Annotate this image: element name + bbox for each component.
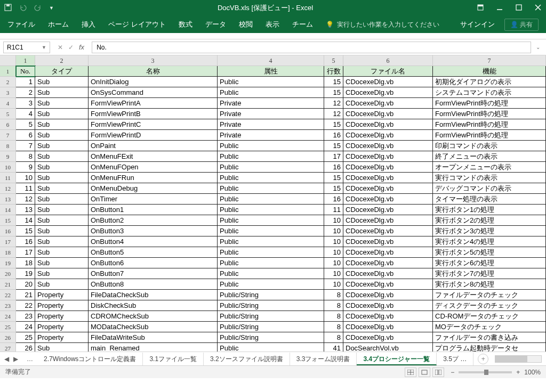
view-page-layout-button[interactable] bbox=[419, 368, 430, 377]
ribbon-options-icon[interactable] bbox=[477, 4, 484, 13]
cell[interactable]: 印刷コマンドの表示 bbox=[433, 141, 546, 151]
tab-home[interactable]: ホーム bbox=[48, 20, 69, 29]
cell[interactable]: 10 bbox=[324, 226, 343, 236]
cell[interactable]: CDocexeDlg.vb bbox=[343, 290, 433, 300]
row-header[interactable]: 24 bbox=[0, 311, 16, 322]
cell[interactable]: Sub bbox=[35, 173, 89, 183]
close-icon[interactable] bbox=[534, 4, 542, 13]
view-normal-button[interactable] bbox=[405, 368, 416, 377]
cell[interactable]: FormViewPrintB bbox=[89, 109, 218, 119]
cell[interactable]: Sub bbox=[35, 205, 89, 215]
scrollbar-thumb[interactable] bbox=[495, 356, 527, 362]
cell[interactable]: CDocexeDlg.vb bbox=[343, 109, 433, 119]
cell[interactable]: 18 bbox=[16, 258, 35, 268]
cell[interactable]: 25 bbox=[16, 332, 35, 343]
col-header[interactable]: 1 bbox=[16, 55, 35, 66]
cell[interactable]: CDocexeDlg.vb bbox=[343, 268, 433, 279]
tab-data[interactable]: データ bbox=[205, 20, 226, 29]
tab-file[interactable]: ファイル bbox=[7, 20, 35, 29]
row-header[interactable]: 23 bbox=[0, 300, 16, 311]
row-header[interactable]: 10 bbox=[0, 162, 16, 173]
horizontal-scrollbar[interactable] bbox=[495, 355, 542, 363]
cell[interactable]: Public bbox=[218, 87, 324, 98]
cell[interactable]: CDocexeDlg.vb bbox=[343, 236, 433, 247]
cell[interactable]: 11 bbox=[324, 205, 343, 215]
col-header[interactable]: 3 bbox=[89, 55, 218, 66]
cell[interactable]: デバッグコマンドの表示 bbox=[433, 183, 546, 194]
row-header[interactable]: 9 bbox=[0, 151, 16, 162]
tab-insert[interactable]: 挿入 bbox=[82, 20, 95, 29]
cell[interactable]: OnMenuFRun bbox=[89, 173, 218, 183]
cell[interactable]: MODataCheckSub bbox=[89, 322, 218, 332]
cell[interactable]: Sub bbox=[35, 279, 89, 290]
cell-header[interactable]: No. bbox=[16, 66, 35, 77]
cell[interactable]: CD-ROMデータのチェック bbox=[433, 311, 546, 322]
cell[interactable]: FormViewPrintA bbox=[89, 98, 218, 109]
row-header[interactable]: 13 bbox=[0, 194, 16, 205]
cell[interactable]: 12 bbox=[16, 194, 35, 205]
row-header[interactable]: 3 bbox=[0, 87, 16, 98]
cell[interactable]: ディスクデータのチェック bbox=[433, 300, 546, 311]
cell[interactable]: CDocexeDlg.vb bbox=[343, 194, 433, 205]
cell[interactable]: OnButton5 bbox=[89, 247, 218, 258]
cell[interactable]: 初期化ダイアログの表示 bbox=[433, 77, 546, 87]
cell[interactable]: 11 bbox=[16, 183, 35, 194]
cell[interactable]: CDocexeDlg.vb bbox=[343, 311, 433, 322]
minimize-icon[interactable] bbox=[496, 4, 503, 13]
cell[interactable]: OnButton2 bbox=[89, 215, 218, 226]
cell[interactable]: Public bbox=[218, 77, 324, 87]
cell-header[interactable]: 機能 bbox=[433, 66, 546, 77]
cell[interactable]: 16 bbox=[16, 236, 35, 247]
sheet-nav-next-icon[interactable]: ▶ bbox=[13, 355, 18, 363]
cell[interactable]: オープンメニューの表示 bbox=[433, 162, 546, 173]
cell[interactable]: 15 bbox=[16, 226, 35, 236]
cell[interactable]: 15 bbox=[324, 141, 343, 151]
tab-formulas[interactable]: 数式 bbox=[179, 20, 192, 29]
cell[interactable]: 実行ボタン5の処理 bbox=[433, 247, 546, 258]
cell[interactable]: 6 bbox=[16, 130, 35, 141]
row-header[interactable]: 20 bbox=[0, 268, 16, 279]
cell[interactable]: 14 bbox=[16, 215, 35, 226]
cell[interactable]: 8 bbox=[324, 322, 343, 332]
cell[interactable]: OnSysCommand bbox=[89, 87, 218, 98]
sheet-tab[interactable]: 3.1ファイル一覧 bbox=[143, 353, 204, 365]
row-header[interactable]: 21 bbox=[0, 279, 16, 290]
tab-review[interactable]: 校閲 bbox=[239, 20, 253, 29]
cell[interactable]: Public bbox=[218, 343, 324, 352]
cell[interactable]: CDocexeDlg.vb bbox=[343, 300, 433, 311]
cell[interactable]: 17 bbox=[324, 151, 343, 162]
sheet-overflow-left[interactable]: … bbox=[22, 355, 37, 363]
cell[interactable]: MOデータのチェック bbox=[433, 322, 546, 332]
cell[interactable]: Sub bbox=[35, 183, 89, 194]
cell[interactable]: 実行ボタン6の処理 bbox=[433, 258, 546, 268]
cell[interactable]: CDocexeDlg.vb bbox=[343, 279, 433, 290]
cell[interactable]: Sub bbox=[35, 162, 89, 173]
cell[interactable]: 10 bbox=[324, 279, 343, 290]
cell[interactable]: CDocexeDlg.vb bbox=[343, 258, 433, 268]
cell[interactable]: 10 bbox=[324, 247, 343, 258]
cell[interactable]: Public bbox=[218, 183, 324, 194]
cell[interactable]: 4 bbox=[16, 109, 35, 119]
tab-view[interactable]: 表示 bbox=[266, 20, 279, 29]
cell[interactable]: 15 bbox=[324, 87, 343, 98]
cell[interactable]: Property bbox=[35, 311, 89, 322]
cell[interactable]: 10 bbox=[324, 258, 343, 268]
row-header[interactable]: 4 bbox=[0, 98, 16, 109]
cell[interactable]: Property bbox=[35, 322, 89, 332]
cell[interactable]: Public bbox=[218, 141, 324, 151]
cell[interactable]: 19 bbox=[16, 268, 35, 279]
cell[interactable]: Public bbox=[218, 162, 324, 173]
cell[interactable]: Sub bbox=[35, 119, 89, 130]
cell[interactable]: タイマー処理の表示 bbox=[433, 194, 546, 205]
sheet-tab[interactable]: 3.3フォーム説明書 bbox=[290, 353, 357, 365]
qat-dropdown-icon[interactable]: ▼ bbox=[49, 5, 54, 11]
cell[interactable]: FileDataWriteSub bbox=[89, 332, 218, 343]
cell[interactable]: DiskCheckSub bbox=[89, 300, 218, 311]
sheet-tab[interactable]: 3.2ソースファイル説明書 bbox=[204, 353, 290, 365]
cell[interactable]: Public bbox=[218, 258, 324, 268]
sheet-tab[interactable]: 3.5プ … bbox=[437, 353, 473, 365]
cell[interactable]: Sub bbox=[35, 247, 89, 258]
cell[interactable]: ファイルデータのチェック bbox=[433, 290, 546, 300]
cell[interactable]: Sub bbox=[35, 268, 89, 279]
tell-me-search[interactable]: 💡 実行したい作業を入力してください bbox=[326, 20, 439, 29]
